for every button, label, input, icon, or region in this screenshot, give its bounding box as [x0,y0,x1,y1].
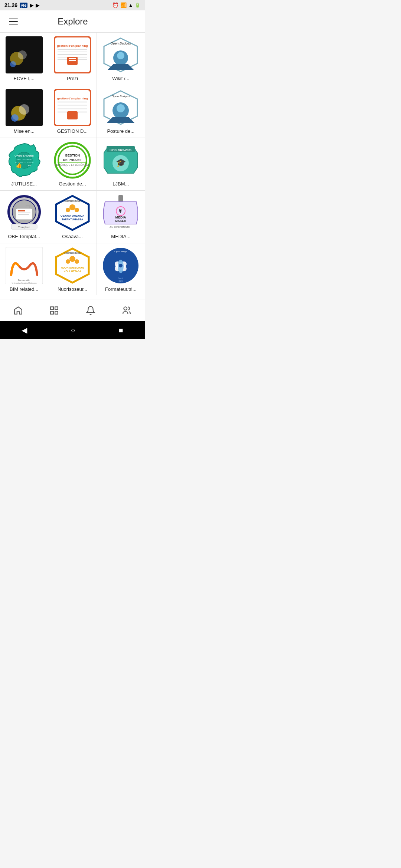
nav-grid[interactable] [43,302,65,319]
svg-rect-55 [16,208,32,220]
svg-text:gestion d'un planning: gestion d'un planning [57,44,88,47]
svg-point-33 [117,104,125,112]
svg-text:Open Badges: Open Badges [112,95,130,98]
badge-label: Wikit /... [112,76,129,82]
badge-label: MEDIA... [111,234,130,240]
svg-text:TAPAHTUMASSA: TAPAHTUMASSA [62,218,83,221]
badge-label: Osaava... [62,234,83,240]
svg-point-96 [124,307,127,310]
svg-text:2026: 2026 [119,280,123,282]
android-nav-bar: ◀ ○ ■ [0,321,145,339]
svg-text:NUORISOSEURAN: NUORISOSEURAN [61,266,84,269]
badge-label: ECVET,... [13,76,34,82]
badge-label: Gestion de... [59,181,86,187]
badge-label: BIM related... [10,286,38,293]
signal-icon: ▲ [128,3,133,8]
svg-text:SAVOIR-FAIRE: SAVOIR-FAIRE [16,158,32,161]
badge-grid: ECVET,... gestion d'un planning Prezi [0,33,145,295]
wifi-icon: 📶 [120,2,127,8]
svg-text:Template: Template [18,226,30,229]
badge-label: Nuorisoseur... [58,286,87,293]
list-item[interactable]: Metropolia University of Applied Science… [0,243,48,296]
explore-grid-container: ECVET,... gestion d'un planning Prezi [0,33,145,299]
grid-icon [49,305,59,316]
list-item[interactable]: ECVET,... [0,33,48,85]
badge-label: Mise en... [13,128,34,135]
badge-label: Posture de... [107,128,134,135]
svg-point-22 [11,114,19,122]
list-item[interactable]: Open Badges Posture de... [97,85,145,138]
svg-rect-74 [6,247,43,284]
status-time: 21.26 [4,2,17,8]
list-item[interactable]: INFO 2020-2021 🎓 LJBM... [97,138,145,190]
list-item[interactable]: NUORISOSEURAN KOULUTTAJA Nuorisoseurat N… [48,243,96,296]
menu-button[interactable] [7,17,19,26]
svg-text:GESTION: GESTION [65,154,80,157]
svg-marker-34 [107,117,135,123]
list-item[interactable]: 🎙 MEDIA MAKER J'AI EXPÉRIMENTÉ MEDIA... [97,191,145,243]
svg-rect-12 [69,58,76,59]
svg-point-79 [66,259,70,264]
nav-people[interactable] [115,302,138,319]
list-item[interactable]: gestion d'un planning Prezi [48,33,96,85]
nav-home[interactable] [7,302,29,319]
status-bar: 21.26 yle ▶ ▶ ⏰ 📶 ▲ 🔋 [0,0,145,10]
list-item[interactable]: Template OBF Templat... [0,191,48,243]
svg-text:DE PROJET: DE PROJET [63,158,82,162]
list-item[interactable]: GESTION DE PROJET NUMÉRIQUE ET BÉNÉVOLAT… [48,138,96,190]
badge-label: Prezi [67,76,78,82]
svg-text:INFO 2020-2021: INFO 2020-2021 [110,148,132,152]
yle-icon: yle [20,3,27,8]
badge-thumbnail: INFO 2020-2021 🎓 [102,142,139,179]
svg-text:University of Applied Sciences: University of Applied Sciences [12,282,36,284]
svg-text:Jamil: Jamil [118,277,123,279]
svg-text:Open Badge: Open Badge [114,250,127,253]
svg-rect-94 [51,311,54,314]
list-item[interactable]: Open Badge Jamil 2026 Formateur.tri... [97,243,145,296]
badge-thumbnail: gestion d'un planning [54,89,91,126]
status-left: 21.26 yle ▶ ▶ [4,2,39,8]
svg-text:J'AI EXPÉRIMENTÉ: J'AI EXPÉRIMENTÉ [110,226,130,228]
bottom-nav [0,299,145,321]
list-item[interactable]: OPEN BADGES SAVOIR-FAIRE JE SAIS UTILISE… [0,138,48,190]
badge-thumbnail: gestion d'un planning [54,36,91,73]
top-bar: Explore [0,10,145,33]
svg-rect-68 [118,195,123,202]
svg-point-3 [10,61,16,67]
people-icon [121,305,132,316]
svg-point-2 [18,50,27,59]
list-item[interactable]: gestion d'un planning GESTION D... [48,85,96,138]
svg-point-80 [75,259,79,264]
list-item[interactable]: Mise en... [0,85,48,138]
svg-rect-56 [18,210,25,211]
svg-text:Metropolia: Metropolia [18,279,30,282]
badge-label: J'UTILISE... [11,181,37,187]
svg-text:MAKER: MAKER [115,219,127,223]
badge-label: LJBM... [113,181,129,187]
svg-point-89 [119,264,123,267]
home-icon [13,305,23,316]
home-button[interactable]: ○ [63,323,82,338]
svg-rect-95 [55,311,58,314]
back-button[interactable]: ◀ [14,323,35,338]
recent-button[interactable]: ■ [111,323,130,338]
badge-thumbnail: OSAAVA OHJAAJA TAPAHTUMASSA Nuorisoseura… [54,194,91,231]
svg-text:Nuorisoseurat: Nuorisoseurat [64,200,81,202]
svg-point-78 [69,256,75,262]
list-item[interactable]: Open Badges Wikit /... [97,33,145,85]
svg-rect-46 [58,162,87,163]
nav-notifications[interactable] [79,302,102,319]
yt1-icon: ▶ [30,3,33,8]
svg-text:KOULUTTAJA: KOULUTTAJA [64,270,81,273]
svg-text:✏: ✏ [28,164,31,168]
list-item[interactable]: OSAAVA OHJAAJA TAPAHTUMASSA Nuorisoseura… [48,191,96,243]
svg-rect-58 [18,214,29,215]
badge-thumbnail: Open Badge Jamil 2026 [102,247,139,284]
status-right: ⏰ 📶 ▲ 🔋 [112,2,140,8]
svg-rect-13 [69,60,76,61]
badge-label: Formateur.tri... [105,286,137,293]
svg-rect-92 [51,307,54,310]
battery-icon: 🔋 [135,3,140,8]
svg-text:NUMÉRIQUE ET BÉNÉVOLAT: NUMÉRIQUE ET BÉNÉVOLAT [54,163,91,167]
svg-point-63 [66,208,70,212]
